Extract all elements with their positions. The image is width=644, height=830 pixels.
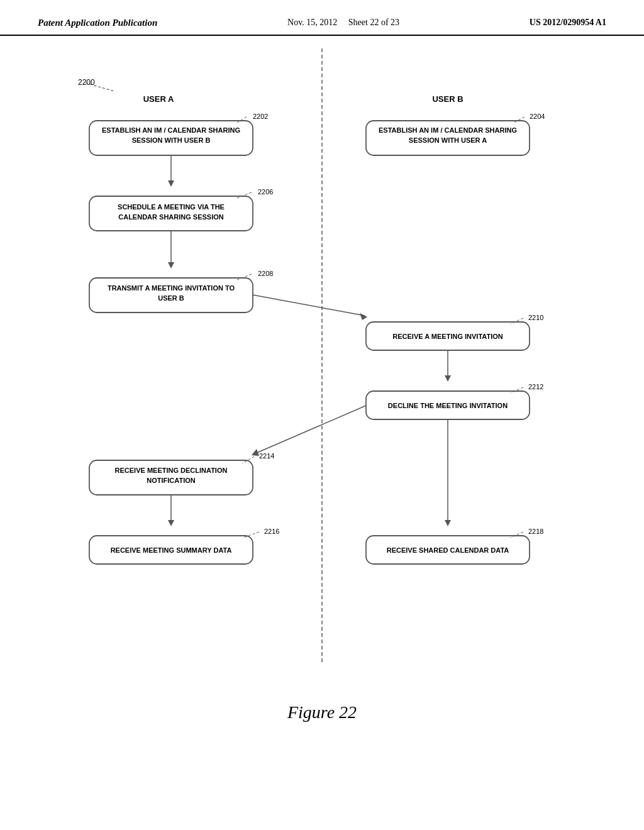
sheet-number: Sheet 22 of 23: [348, 18, 399, 27]
publication-date: Nov. 15, 2012: [287, 18, 337, 27]
svg-line-1: [86, 83, 114, 91]
node-2212-label: 2212: [528, 383, 543, 390]
node-2210-label: 2210: [528, 314, 543, 321]
node-2202-text-2: SESSION WITH USER B: [132, 136, 211, 144]
node-2216-label: 2216: [264, 528, 279, 535]
node-2204-text-2: SESSION WITH USER A: [409, 136, 487, 144]
svg-marker-23: [445, 520, 451, 526]
node-2204-text-1: ESTABLISH AN IM / CALENDAR SHARING: [379, 126, 517, 134]
publication-date-sheet: Nov. 15, 2012 Sheet 22 of 23: [287, 18, 399, 28]
svg-line-24: [511, 532, 523, 538]
user-a-label: USER A: [143, 94, 174, 104]
node-2208-text-1: TRANSMIT A MEETING INVITATION TO: [108, 284, 235, 292]
svg-line-15: [511, 387, 523, 393]
svg-marker-14: [445, 375, 451, 382]
node-2202-text-1: ESTABLISH AN IM / CALENDAR SHARING: [102, 126, 240, 134]
svg-line-12: [511, 318, 523, 324]
node-2216-text: RECEIVE MEETING SUMMARY DATA: [111, 546, 232, 554]
page-header: Patent Application Publication Nov. 15, …: [0, 0, 644, 36]
publication-number: US 2012/0290954 A1: [530, 18, 606, 28]
node-2210-text: RECEIVE A MEETING INVITATION: [392, 333, 502, 340]
node-2214-label: 2214: [259, 452, 274, 460]
node-2218-text: RECEIVE SHARED CALENDAR DATA: [387, 546, 509, 554]
node-2208-label: 2208: [258, 270, 273, 277]
node-2218-label: 2218: [528, 528, 543, 535]
node-2212-text: DECLINE THE MEETING INVITATION: [388, 402, 508, 409]
svg-line-16: [254, 406, 366, 454]
node-2214-text-1: RECEIVE MEETING DECLINATION: [115, 467, 228, 474]
svg-line-3: [514, 117, 525, 123]
node-2208-text-2: USER B: [158, 294, 184, 302]
node-2206-label: 2206: [258, 188, 273, 196]
diagram-container: 2200 USER A USER B 2202 ESTABLISH AN IM …: [0, 36, 644, 690]
node-2206-text-2: CALENDAR SHARING SESSION: [118, 213, 224, 221]
user-b-label: USER B: [432, 94, 463, 104]
svg-line-21: [243, 532, 259, 538]
node-2206-text-1: SCHEDULE A MEETING VIA THE: [118, 203, 225, 211]
page: Patent Application Publication Nov. 15, …: [0, 0, 644, 830]
svg-line-10: [253, 295, 365, 316]
publication-title: Patent Application Publication: [38, 18, 157, 28]
flow-diagram: 2200 USER A USER B 2202 ESTABLISH AN IM …: [52, 48, 592, 677]
node-2214-text-2: NOTIFICATION: [147, 477, 195, 484]
figure-caption: Figure 22: [0, 702, 644, 741]
svg-marker-11: [360, 313, 367, 320]
diagram-id-label: 2200: [78, 78, 95, 87]
node-2204-label: 2204: [530, 113, 545, 120]
node-2202-label: 2202: [253, 113, 268, 120]
svg-marker-20: [168, 520, 174, 526]
svg-marker-8: [168, 262, 174, 268]
svg-line-2: [237, 117, 247, 123]
svg-marker-5: [168, 180, 174, 187]
